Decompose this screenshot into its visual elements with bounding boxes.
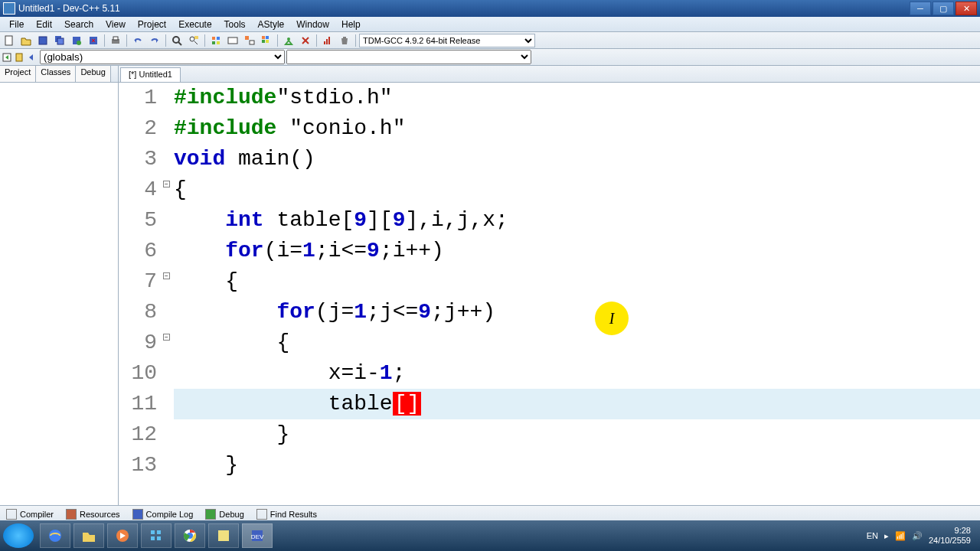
taskbar-notes-icon[interactable] bbox=[208, 523, 239, 548]
sidebar-tabs: Project Classes Debug bbox=[0, 66, 118, 83]
fold-icon[interactable]: − bbox=[163, 272, 170, 279]
fold-icon[interactable]: − bbox=[163, 334, 170, 341]
undo-icon[interactable] bbox=[130, 34, 145, 47]
scope-select[interactable]: (globals) bbox=[40, 50, 285, 64]
main-toolbar: TDM-GCC 4.9.2 64-bit Release bbox=[0, 32, 980, 49]
svg-rect-20 bbox=[245, 36, 249, 40]
svg-rect-23 bbox=[266, 36, 269, 39]
tab-resources[interactable]: Resources bbox=[63, 507, 123, 521]
menu-edit[interactable]: Edit bbox=[30, 18, 58, 31]
svg-point-13 bbox=[190, 37, 194, 41]
compile-icon[interactable] bbox=[208, 34, 224, 47]
svg-rect-31 bbox=[328, 37, 330, 44]
svg-rect-14 bbox=[194, 36, 198, 39]
fold-icon[interactable]: − bbox=[163, 181, 170, 187]
code-content[interactable]: I #include"stdio.h"#include "conio.h"voi… bbox=[174, 83, 980, 505]
svg-rect-3 bbox=[57, 38, 64, 44]
tab-find-results[interactable]: Find Results bbox=[253, 507, 320, 521]
open-icon[interactable] bbox=[18, 34, 34, 47]
find-icon[interactable] bbox=[169, 34, 185, 47]
replace-icon[interactable] bbox=[186, 34, 201, 47]
cursor-highlight-icon: I bbox=[595, 302, 629, 335]
tray-clock[interactable]: 9:28 24/10/2559 bbox=[929, 526, 971, 546]
compile-run-icon[interactable] bbox=[242, 34, 257, 47]
check-icon bbox=[205, 509, 216, 520]
menu-help[interactable]: Help bbox=[335, 18, 367, 31]
taskbar-devcpp-icon[interactable]: DEV bbox=[242, 523, 273, 548]
title-bar: Untitled1 - Dev-C++ 5.11 ─ ▢ ✕ bbox=[0, 0, 980, 17]
svg-rect-40 bbox=[157, 536, 161, 540]
book-icon bbox=[66, 509, 77, 520]
svg-rect-37 bbox=[151, 530, 155, 534]
redo-icon[interactable] bbox=[147, 34, 162, 47]
window-buttons: ─ ▢ ✕ bbox=[910, 2, 977, 15]
save-all-icon[interactable] bbox=[52, 34, 67, 47]
editor-tabs: [*] Untitled1 bbox=[119, 66, 980, 83]
minimize-button[interactable]: ─ bbox=[910, 2, 931, 15]
app-icon bbox=[3, 2, 15, 15]
tray-volume-icon[interactable]: 🔊 bbox=[912, 531, 923, 541]
start-button[interactable] bbox=[3, 523, 34, 548]
new-file-icon[interactable] bbox=[2, 34, 17, 47]
svg-rect-25 bbox=[266, 40, 269, 43]
tray-lang[interactable]: EN bbox=[867, 531, 878, 540]
code-editor[interactable]: 12345678910111213 − − − I #include"stdio… bbox=[119, 83, 980, 505]
rebuild-icon[interactable] bbox=[259, 34, 274, 47]
taskbar-explorer-icon[interactable] bbox=[74, 523, 104, 548]
tray-network-icon[interactable]: 📶 bbox=[895, 531, 906, 541]
menu-file[interactable]: File bbox=[3, 18, 30, 31]
sidebar: Project Classes Debug bbox=[0, 66, 119, 505]
taskbar-media-icon[interactable] bbox=[107, 523, 138, 548]
tab-compiler[interactable]: Compiler bbox=[3, 507, 57, 521]
tab-compile-log[interactable]: Compile Log bbox=[129, 507, 197, 521]
svg-rect-30 bbox=[326, 39, 328, 44]
tab-debug[interactable]: Debug bbox=[76, 66, 110, 82]
svg-text:DEV: DEV bbox=[251, 533, 264, 540]
close-button[interactable]: ✕ bbox=[956, 2, 977, 15]
tray-flag-icon[interactable]: ▸ bbox=[884, 531, 889, 541]
menu-execute[interactable]: Execute bbox=[172, 18, 217, 31]
svg-rect-10 bbox=[113, 37, 118, 40]
debug-icon[interactable] bbox=[281, 34, 296, 47]
back-icon[interactable] bbox=[26, 52, 37, 63]
bookmark-icon[interactable] bbox=[14, 52, 24, 63]
taskbar-chrome-icon[interactable] bbox=[175, 523, 205, 548]
workspace: Project Classes Debug [*] Untitled1 1234… bbox=[0, 66, 980, 505]
menu-tools[interactable]: Tools bbox=[218, 18, 252, 31]
windows-taskbar: DEV EN ▸ 📶 🔊 9:28 24/10/2559 bbox=[0, 520, 980, 551]
tab-project[interactable]: Project bbox=[0, 66, 36, 82]
editor-tab-untitled[interactable]: [*] Untitled1 bbox=[120, 67, 181, 82]
trash-icon[interactable] bbox=[337, 34, 352, 47]
tab-debug-bottom[interactable]: Debug bbox=[202, 507, 247, 521]
maximize-button[interactable]: ▢ bbox=[933, 2, 954, 15]
print-icon[interactable] bbox=[108, 34, 123, 47]
tab-classes[interactable]: Classes bbox=[36, 66, 76, 82]
svg-rect-21 bbox=[250, 41, 254, 44]
profile-icon[interactable] bbox=[320, 34, 335, 47]
svg-rect-34 bbox=[16, 54, 22, 61]
menu-window[interactable]: Window bbox=[290, 18, 335, 31]
svg-rect-22 bbox=[262, 36, 265, 39]
goto-icon[interactable] bbox=[2, 52, 12, 63]
compiler-select[interactable]: TDM-GCC 4.9.2 64-bit Release bbox=[359, 34, 535, 47]
member-select[interactable] bbox=[286, 50, 531, 64]
grid-icon bbox=[6, 509, 17, 520]
scope-toolbar: (globals) bbox=[0, 49, 980, 66]
menu-view[interactable]: View bbox=[100, 18, 132, 31]
menu-project[interactable]: Project bbox=[132, 18, 172, 31]
svg-rect-18 bbox=[217, 41, 220, 44]
taskbar-grid-icon[interactable] bbox=[141, 523, 172, 548]
taskbar-ie-icon[interactable] bbox=[40, 523, 70, 548]
svg-point-5 bbox=[77, 41, 81, 45]
menu-astyle[interactable]: AStyle bbox=[252, 18, 291, 31]
menu-search[interactable]: Search bbox=[58, 18, 100, 31]
svg-rect-16 bbox=[217, 37, 220, 40]
menu-bar: File Edit Search View Project Execute To… bbox=[0, 17, 980, 32]
svg-rect-19 bbox=[228, 37, 237, 44]
close-file-icon[interactable] bbox=[86, 34, 101, 47]
fold-column: − − − bbox=[163, 83, 174, 505]
stop-icon[interactable] bbox=[298, 34, 313, 47]
run-icon[interactable] bbox=[225, 34, 240, 47]
save-as-icon[interactable] bbox=[69, 34, 84, 47]
save-icon[interactable] bbox=[35, 34, 51, 47]
